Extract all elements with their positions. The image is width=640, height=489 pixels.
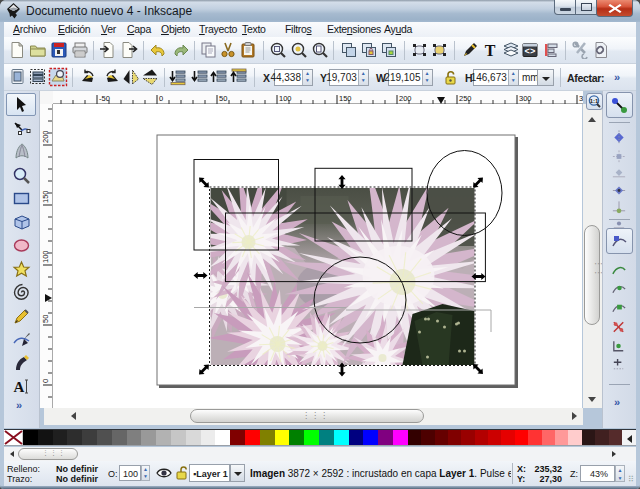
svg-text:T: T [485, 42, 496, 59]
svg-text:50: 50 [41, 315, 50, 323]
svg-text:<>: <> [525, 47, 536, 57]
svg-text:100: 100 [41, 250, 50, 263]
svg-text:200: 200 [41, 130, 50, 143]
svg-text:150: 150 [339, 94, 352, 103]
svg-text:150: 150 [41, 190, 50, 203]
svg-text:250: 250 [459, 94, 472, 103]
svg-text:0: 0 [159, 94, 163, 103]
svg-text:-50: -50 [99, 94, 110, 103]
svg-text:200: 200 [399, 94, 412, 103]
svg-text:50: 50 [219, 94, 227, 103]
svg-text:0: 0 [41, 379, 50, 383]
svg-text:350: 350 [579, 94, 583, 103]
svg-text:1:1: 1:1 [590, 98, 599, 104]
svg-text:A: A [13, 379, 24, 395]
svg-text:300: 300 [519, 94, 532, 103]
svg-text:100: 100 [279, 94, 292, 103]
